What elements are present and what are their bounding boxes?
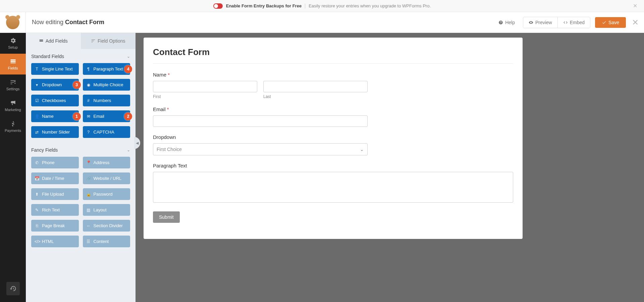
sect-icon: ↔ [86, 223, 91, 228]
nav-setup[interactable]: Setup [0, 33, 26, 54]
field-type-multiple-choice[interactable]: ◉Multiple Choice [83, 79, 130, 91]
form-preview: Contact Form Name * First Last Email * [144, 38, 523, 239]
form-title[interactable]: Contact Form [153, 47, 513, 64]
field-type-captcha[interactable]: ?CAPTCHA [83, 126, 130, 138]
step-badge: 3 [73, 81, 81, 89]
tab-field-options[interactable]: Field Options [81, 33, 136, 49]
check-icon [602, 20, 606, 25]
announcement-title: Enable Form Entry Backups for Free [226, 3, 302, 8]
rich-icon: ✎ [35, 208, 39, 212]
tab-add-fields[interactable]: Add Fields [26, 33, 81, 49]
field-type-email[interactable]: ✉Email2 [83, 110, 130, 122]
fancy-fields-header[interactable]: Fancy Fields ⌄ [31, 143, 130, 157]
last-name-input[interactable] [263, 81, 368, 92]
field-type-file-upload[interactable]: ⬆File Upload [31, 188, 79, 200]
cap-icon: ? [86, 130, 91, 135]
first-name-input[interactable] [153, 81, 257, 92]
field-type-label: Date / Time [42, 176, 64, 181]
preview-button[interactable]: Preview [523, 17, 557, 28]
step-badge: 2 [124, 112, 132, 120]
field-type-label: Multiple Choice [94, 82, 123, 87]
field-type-html[interactable]: </>HTML [31, 236, 79, 247]
page-icon: ⎘ [35, 223, 39, 228]
field-type-label: Phone [42, 160, 55, 165]
field-type-password[interactable]: 🔒Password [83, 188, 130, 200]
field-type-dropdown[interactable]: ▾Dropdown3 [31, 79, 79, 91]
field-type-name[interactable]: 👤Name1 [31, 110, 79, 122]
field-email[interactable]: Email * [153, 106, 513, 127]
add-fields-icon [39, 39, 44, 43]
field-type-checkboxes[interactable]: ☑Checkboxes [31, 95, 79, 106]
field-type-date-time[interactable]: 📅Date / Time [31, 172, 79, 184]
field-type-label: CAPTCHA [94, 130, 114, 135]
left-nav: Setup Fields Settings Marketing Payments [0, 33, 26, 302]
fields-icon [10, 58, 16, 65]
field-type-label: Single Line Text [42, 66, 73, 71]
field-type-label: HTML [42, 239, 54, 244]
history-icon [10, 285, 16, 292]
standard-fields-header[interactable]: Standard Fields ⌄ [31, 49, 130, 63]
field-type-phone[interactable]: ✆Phone [31, 157, 79, 168]
field-type-label: Layout [94, 207, 107, 212]
paragraph-textarea[interactable] [153, 172, 513, 203]
field-dropdown[interactable]: Dropdown First Choice ⌄ [153, 134, 513, 155]
nav-payments[interactable]: Payments [0, 116, 26, 137]
code-icon [563, 20, 568, 25]
field-type-number-slider[interactable]: ⇄Number Slider [31, 126, 79, 138]
nav-settings[interactable]: Settings [0, 74, 26, 95]
chevron-down-icon: ⌄ [360, 147, 364, 152]
field-type-label: Name [42, 114, 54, 119]
field-type-layout[interactable]: ▥Layout [83, 204, 130, 216]
para-icon: ¶ [86, 67, 91, 71]
field-type-website-url[interactable]: 🔗Website / URL [83, 172, 130, 184]
field-type-numbers[interactable]: #Numbers [83, 95, 130, 106]
close-builder-icon[interactable]: ✕ [632, 18, 639, 27]
cal-icon: 📅 [35, 176, 39, 181]
field-paragraph[interactable]: Paragraph Text [153, 163, 513, 204]
announcement-bar: Enable Form Entry Backups for Free Easil… [0, 0, 644, 12]
help-link[interactable]: Help [494, 17, 520, 28]
field-type-label: Website / URL [94, 176, 122, 181]
field-type-label: Numbers [94, 98, 111, 103]
nav-fields[interactable]: Fields [0, 54, 26, 74]
last-sublabel: Last [263, 94, 368, 99]
field-type-label: Content [94, 239, 109, 244]
field-type-section-divider[interactable]: ↔Section Divider [83, 220, 130, 232]
field-type-label: Page Break [42, 223, 65, 228]
field-type-paragraph-text[interactable]: ¶Paragraph Text4 [83, 63, 130, 75]
bullhorn-icon [10, 100, 16, 106]
backups-toggle[interactable] [213, 3, 223, 9]
text-icon: T [35, 67, 39, 71]
canvas-area: Contact Form Name * First Last Email * [136, 33, 644, 302]
field-type-single-line-text[interactable]: TSingle Line Text [31, 63, 79, 75]
app-logo[interactable] [0, 12, 26, 33]
field-type-label: Number Slider [42, 130, 70, 135]
editing-label: Now editing Contact Form [32, 19, 104, 26]
field-type-label: Paragraph Text [94, 66, 123, 71]
field-name[interactable]: Name * First Last [153, 72, 513, 99]
step-badge: 1 [73, 112, 81, 120]
email-input[interactable] [153, 115, 368, 127]
nav-marketing[interactable]: Marketing [0, 95, 26, 116]
user-icon: 👤 [35, 114, 39, 119]
dropdown-select[interactable]: First Choice ⌄ [153, 143, 368, 155]
field-type-content[interactable]: ☰Content [83, 236, 130, 247]
field-type-page-break[interactable]: ⎘Page Break [31, 220, 79, 232]
sliders-icon [10, 79, 16, 86]
cols-icon: ▥ [86, 208, 91, 212]
hash-icon: # [86, 98, 91, 103]
announcement-close-icon[interactable]: ✕ [633, 3, 637, 9]
pin-icon: 📍 [86, 160, 91, 165]
submit-button[interactable]: Submit [153, 211, 180, 223]
save-button[interactable]: Save [595, 17, 626, 28]
check-icon: ☑ [35, 98, 39, 103]
revisions-button[interactable] [6, 282, 20, 295]
chevron-down-icon: ⌄ [127, 54, 130, 59]
field-type-address[interactable]: 📍Address [83, 157, 130, 168]
radio-icon: ◉ [86, 83, 91, 87]
html-icon: </> [35, 239, 39, 244]
step-badge: 4 [124, 65, 132, 73]
field-type-rich-text[interactable]: ✎Rich Text [31, 204, 79, 216]
embed-button[interactable]: Embed [557, 17, 590, 28]
chevron-down-icon: ⌄ [127, 148, 130, 152]
